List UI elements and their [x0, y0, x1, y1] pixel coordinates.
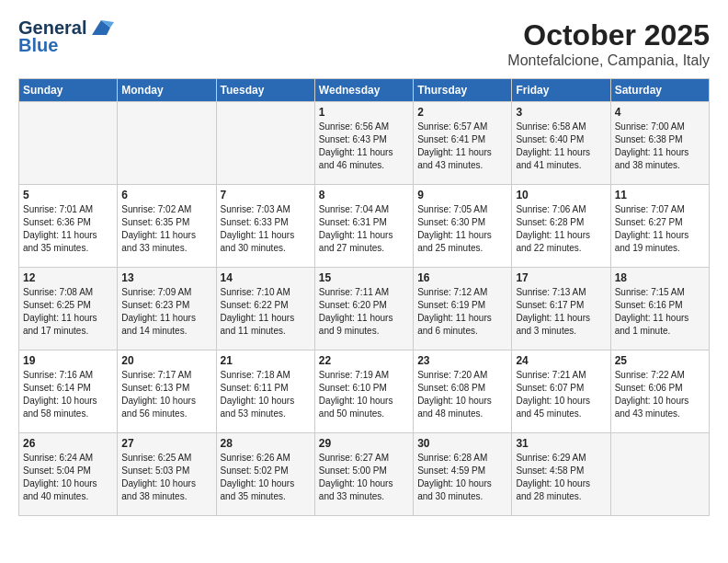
day-cell-3: 3Sunrise: 6:58 AM Sunset: 6:40 PM Daylig… — [512, 102, 610, 185]
day-info: Sunrise: 7:17 AM Sunset: 6:13 PM Dayligh… — [121, 369, 211, 420]
day-cell-10: 10Sunrise: 7:06 AM Sunset: 6:28 PM Dayli… — [512, 185, 610, 268]
day-info: Sunrise: 7:19 AM Sunset: 6:10 PM Dayligh… — [319, 369, 409, 420]
empty-cell — [19, 102, 118, 185]
calendar-table: SundayMondayTuesdayWednesdayThursdayFrid… — [18, 78, 710, 516]
day-cell-12: 12Sunrise: 7:08 AM Sunset: 6:25 PM Dayli… — [19, 268, 118, 350]
day-cell-8: 8Sunrise: 7:04 AM Sunset: 6:31 PM Daylig… — [314, 185, 413, 268]
day-number: 29 — [319, 437, 409, 450]
day-number: 20 — [121, 354, 211, 367]
weekday-header-thursday: Thursday — [414, 79, 512, 102]
day-number: 19 — [23, 354, 113, 367]
day-cell-31: 31Sunrise: 6:29 AM Sunset: 4:58 PM Dayli… — [512, 433, 610, 516]
day-cell-24: 24Sunrise: 7:21 AM Sunset: 6:07 PM Dayli… — [512, 350, 610, 433]
empty-cell — [118, 102, 216, 185]
week-row-3: 12Sunrise: 7:08 AM Sunset: 6:25 PM Dayli… — [19, 268, 710, 350]
day-number: 18 — [615, 271, 705, 284]
day-cell-11: 11Sunrise: 7:07 AM Sunset: 6:27 PM Dayli… — [610, 185, 709, 268]
day-info: Sunrise: 7:00 AM Sunset: 6:38 PM Dayligh… — [615, 121, 705, 172]
day-number: 9 — [417, 189, 507, 201]
day-number: 15 — [319, 271, 409, 284]
day-info: Sunrise: 7:09 AM Sunset: 6:23 PM Dayligh… — [121, 286, 211, 338]
day-info: Sunrise: 6:29 AM Sunset: 4:58 PM Dayligh… — [516, 452, 606, 503]
day-number: 28 — [221, 437, 311, 450]
day-cell-25: 25Sunrise: 7:22 AM Sunset: 6:06 PM Dayli… — [610, 350, 709, 433]
day-cell-27: 27Sunrise: 6:25 AM Sunset: 5:03 PM Dayli… — [118, 433, 216, 516]
day-number: 10 — [516, 189, 606, 201]
day-number: 6 — [121, 189, 211, 201]
day-cell-14: 14Sunrise: 7:10 AM Sunset: 6:22 PM Dayli… — [216, 268, 314, 350]
weekday-header-wednesday: Wednesday — [314, 79, 413, 102]
weekday-header-row: SundayMondayTuesdayWednesdayThursdayFrid… — [19, 79, 710, 102]
day-cell-6: 6Sunrise: 7:02 AM Sunset: 6:35 PM Daylig… — [118, 185, 216, 268]
day-number: 4 — [615, 106, 705, 119]
day-info: Sunrise: 7:18 AM Sunset: 6:11 PM Dayligh… — [221, 369, 311, 420]
week-row-4: 19Sunrise: 7:16 AM Sunset: 6:14 PM Dayli… — [19, 350, 710, 433]
empty-cell — [216, 102, 314, 185]
day-cell-18: 18Sunrise: 7:15 AM Sunset: 6:16 PM Dayli… — [610, 268, 709, 350]
day-number: 24 — [516, 354, 606, 367]
weekday-header-friday: Friday — [512, 79, 610, 102]
day-cell-7: 7Sunrise: 7:03 AM Sunset: 6:33 PM Daylig… — [216, 185, 314, 268]
day-cell-4: 4Sunrise: 7:00 AM Sunset: 6:38 PM Daylig… — [610, 102, 709, 185]
day-cell-21: 21Sunrise: 7:18 AM Sunset: 6:11 PM Dayli… — [216, 350, 314, 433]
day-number: 1 — [319, 106, 409, 119]
day-number: 2 — [417, 106, 507, 119]
day-info: Sunrise: 6:28 AM Sunset: 4:59 PM Dayligh… — [417, 452, 507, 503]
day-info: Sunrise: 7:05 AM Sunset: 6:30 PM Dayligh… — [417, 203, 507, 255]
week-row-2: 5Sunrise: 7:01 AM Sunset: 6:36 PM Daylig… — [19, 185, 710, 268]
day-cell-5: 5Sunrise: 7:01 AM Sunset: 6:36 PM Daylig… — [19, 185, 118, 268]
day-info: Sunrise: 7:11 AM Sunset: 6:20 PM Dayligh… — [319, 286, 409, 338]
day-info: Sunrise: 6:26 AM Sunset: 5:02 PM Dayligh… — [221, 452, 311, 503]
day-info: Sunrise: 7:06 AM Sunset: 6:28 PM Dayligh… — [516, 203, 606, 255]
day-cell-9: 9Sunrise: 7:05 AM Sunset: 6:30 PM Daylig… — [414, 185, 512, 268]
logo-icon — [88, 18, 114, 37]
day-cell-26: 26Sunrise: 6:24 AM Sunset: 5:04 PM Dayli… — [19, 433, 118, 516]
week-row-5: 26Sunrise: 6:24 AM Sunset: 5:04 PM Dayli… — [19, 433, 710, 516]
day-cell-23: 23Sunrise: 7:20 AM Sunset: 6:08 PM Dayli… — [414, 350, 512, 433]
day-number: 30 — [417, 437, 507, 450]
day-info: Sunrise: 7:12 AM Sunset: 6:19 PM Dayligh… — [417, 286, 507, 338]
day-info: Sunrise: 7:22 AM Sunset: 6:06 PM Dayligh… — [615, 369, 705, 420]
day-number: 8 — [319, 189, 409, 201]
day-number: 3 — [516, 106, 606, 119]
day-info: Sunrise: 7:01 AM Sunset: 6:36 PM Dayligh… — [23, 203, 113, 255]
weekday-header-monday: Monday — [118, 79, 216, 102]
logo-blue: Blue — [18, 35, 58, 56]
day-info: Sunrise: 7:16 AM Sunset: 6:14 PM Dayligh… — [23, 369, 113, 420]
day-number: 14 — [221, 271, 311, 284]
day-cell-16: 16Sunrise: 7:12 AM Sunset: 6:19 PM Dayli… — [414, 268, 512, 350]
day-number: 22 — [319, 354, 409, 367]
day-number: 7 — [221, 189, 311, 201]
day-cell-2: 2Sunrise: 6:57 AM Sunset: 6:41 PM Daylig… — [414, 102, 512, 185]
day-number: 16 — [417, 271, 507, 284]
day-cell-29: 29Sunrise: 6:27 AM Sunset: 5:00 PM Dayli… — [314, 433, 413, 516]
day-number: 5 — [23, 189, 113, 201]
empty-cell — [610, 433, 709, 516]
day-info: Sunrise: 6:57 AM Sunset: 6:41 PM Dayligh… — [417, 121, 507, 172]
weekday-header-tuesday: Tuesday — [216, 79, 314, 102]
day-cell-20: 20Sunrise: 7:17 AM Sunset: 6:13 PM Dayli… — [118, 350, 216, 433]
day-info: Sunrise: 6:56 AM Sunset: 6:43 PM Dayligh… — [319, 121, 409, 172]
day-cell-30: 30Sunrise: 6:28 AM Sunset: 4:59 PM Dayli… — [414, 433, 512, 516]
day-info: Sunrise: 7:13 AM Sunset: 6:17 PM Dayligh… — [516, 286, 606, 338]
day-number: 23 — [417, 354, 507, 367]
day-info: Sunrise: 7:07 AM Sunset: 6:27 PM Dayligh… — [615, 203, 705, 255]
day-info: Sunrise: 7:02 AM Sunset: 6:35 PM Dayligh… — [121, 203, 211, 255]
day-cell-22: 22Sunrise: 7:19 AM Sunset: 6:10 PM Dayli… — [314, 350, 413, 433]
title-block: October 2025 Montefalcione, Campania, It… — [507, 18, 710, 69]
weekday-header-sunday: Sunday — [19, 79, 118, 102]
day-cell-19: 19Sunrise: 7:16 AM Sunset: 6:14 PM Dayli… — [19, 350, 118, 433]
day-info: Sunrise: 6:58 AM Sunset: 6:40 PM Dayligh… — [516, 121, 606, 172]
day-info: Sunrise: 7:21 AM Sunset: 6:07 PM Dayligh… — [516, 369, 606, 420]
day-info: Sunrise: 6:27 AM Sunset: 5:00 PM Dayligh… — [319, 452, 409, 503]
month-title: October 2025 — [507, 18, 710, 52]
day-number: 17 — [516, 271, 606, 284]
day-cell-17: 17Sunrise: 7:13 AM Sunset: 6:17 PM Dayli… — [512, 268, 610, 350]
day-info: Sunrise: 6:25 AM Sunset: 5:03 PM Dayligh… — [121, 452, 211, 503]
logo: General Blue — [18, 18, 114, 56]
day-cell-15: 15Sunrise: 7:11 AM Sunset: 6:20 PM Dayli… — [314, 268, 413, 350]
logo-general: General — [18, 18, 86, 37]
day-info: Sunrise: 7:15 AM Sunset: 6:16 PM Dayligh… — [615, 286, 705, 338]
day-cell-13: 13Sunrise: 7:09 AM Sunset: 6:23 PM Dayli… — [118, 268, 216, 350]
day-info: Sunrise: 7:03 AM Sunset: 6:33 PM Dayligh… — [221, 203, 311, 255]
